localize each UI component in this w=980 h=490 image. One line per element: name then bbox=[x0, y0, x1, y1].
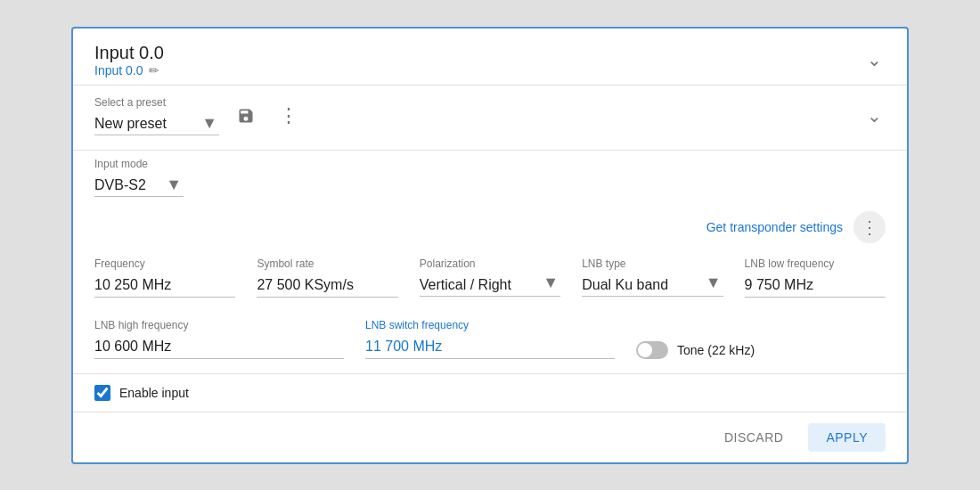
apply-button[interactable]: APPLY bbox=[808, 423, 886, 452]
card-header: Input 0.0 Input 0.0 ✏ ⌄ bbox=[73, 29, 907, 85]
more-options-icon: ⋮ bbox=[279, 104, 298, 127]
symbol-rate-value: 27 500 KSym/s bbox=[257, 274, 397, 298]
enable-input-row: Enable input bbox=[73, 374, 907, 412]
polarization-select[interactable]: Vertical / Right Horizontal / Left bbox=[420, 274, 560, 297]
input-mode-left: Input mode DVB-S2 ▼ bbox=[94, 158, 184, 197]
lnb-high-freq-label: LNB high frequency bbox=[94, 319, 344, 331]
field-lnb-type: LNB type Dual Ku band Single ▼ bbox=[582, 257, 723, 298]
input-mode-label: Input mode bbox=[94, 158, 184, 170]
input-mode-select[interactable]: DVB-S2 bbox=[94, 174, 184, 197]
field-frequency: Frequency 10 250 MHz bbox=[94, 257, 235, 298]
transponder-link[interactable]: Get transponder settings bbox=[706, 220, 843, 234]
edit-icon[interactable]: ✏ bbox=[149, 63, 159, 78]
card-title: Input 0.0 bbox=[94, 43, 164, 63]
lnb-type-label: LNB type bbox=[582, 257, 723, 270]
preset-left: Select a preset New preset ▼ ⋮ bbox=[94, 96, 305, 135]
preset-row: Select a preset New preset ▼ ⋮ ⌄ bbox=[73, 86, 907, 150]
lnb-type-select[interactable]: Dual Ku band Single bbox=[582, 274, 723, 297]
field-lnb-low-freq: LNB low frequency 9 750 MHz bbox=[745, 257, 886, 298]
preset-select-group: Select a preset New preset ▼ bbox=[94, 96, 219, 135]
fields-grid-1: Frequency 10 250 MHz Symbol rate 27 500 … bbox=[73, 250, 907, 312]
lnb-switch-freq-value: 11 700 MHz bbox=[365, 335, 615, 359]
transponder-more-button[interactable]: ⋮ bbox=[853, 211, 886, 243]
enable-input-checkbox[interactable] bbox=[94, 385, 110, 401]
input-mode-section: Input mode DVB-S2 ▼ bbox=[73, 151, 907, 211]
preset-select[interactable]: New preset bbox=[94, 112, 219, 135]
save-preset-button[interactable] bbox=[230, 100, 262, 132]
polarization-select-wrapper: Vertical / Right Horizontal / Left ▼ bbox=[420, 274, 560, 297]
tone-toggle[interactable] bbox=[636, 341, 668, 359]
tone-label: Tone (22 kHz) bbox=[677, 343, 755, 357]
fields-grid-2: LNB high frequency 10 600 MHz LNB switch… bbox=[73, 312, 907, 373]
frequency-value: 10 250 MHz bbox=[94, 274, 235, 298]
toggle-slider bbox=[636, 341, 668, 359]
polarization-label: Polarization bbox=[420, 257, 560, 270]
lnb-switch-freq-label: LNB switch frequency bbox=[365, 319, 615, 331]
collapse-header-button[interactable]: ⌄ bbox=[863, 45, 886, 74]
field-lnb-high-freq: LNB high frequency 10 600 MHz bbox=[94, 319, 344, 359]
more-options-button[interactable]: ⋮ bbox=[273, 100, 305, 132]
lnb-type-select-wrapper: Dual Ku band Single ▼ bbox=[582, 274, 723, 297]
frequency-label: Frequency bbox=[94, 257, 235, 270]
header-left: Input 0.0 Input 0.0 ✏ bbox=[94, 43, 164, 78]
tone-row: Tone (22 kHz) bbox=[636, 323, 886, 359]
field-lnb-switch-freq: LNB switch frequency 11 700 MHz bbox=[365, 319, 615, 359]
preset-label: Select a preset bbox=[94, 96, 219, 109]
field-polarization: Polarization Vertical / Right Horizontal… bbox=[420, 257, 560, 298]
preset-select-wrapper: New preset ▼ bbox=[94, 112, 219, 135]
input-mode-select-wrapper: DVB-S2 ▼ bbox=[94, 174, 184, 197]
field-symbol-rate: Symbol rate 27 500 KSym/s bbox=[257, 257, 397, 298]
enable-input-label: Enable input bbox=[119, 386, 189, 400]
footer-row: DISCARD APPLY bbox=[73, 412, 907, 462]
save-icon bbox=[237, 107, 255, 125]
transponder-row: Get transponder settings ⋮ bbox=[73, 211, 907, 250]
lnb-high-freq-value: 10 600 MHz bbox=[94, 335, 344, 359]
lnb-low-freq-label: LNB low frequency bbox=[745, 257, 886, 270]
subtitle-text: Input 0.0 bbox=[94, 63, 143, 78]
collapse-preset-button[interactable]: ⌄ bbox=[863, 102, 886, 130]
lnb-low-freq-value: 9 750 MHz bbox=[745, 274, 886, 298]
discard-button[interactable]: DISCARD bbox=[710, 423, 798, 452]
card-subtitle[interactable]: Input 0.0 ✏ bbox=[94, 63, 164, 78]
field-tone: Tone (22 kHz) bbox=[636, 323, 886, 359]
symbol-rate-label: Symbol rate bbox=[257, 257, 397, 270]
transponder-more-icon: ⋮ bbox=[861, 216, 878, 238]
input-card: Input 0.0 Input 0.0 ✏ ⌄ Select a preset … bbox=[71, 27, 909, 464]
